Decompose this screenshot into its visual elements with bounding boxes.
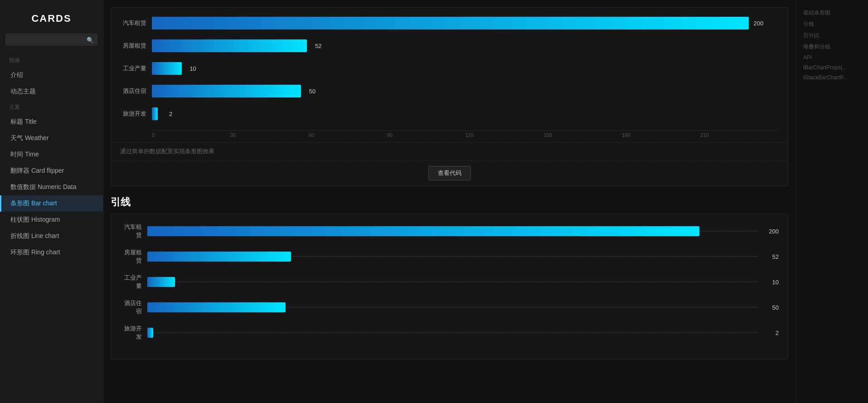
axis-tick: 0 bbox=[152, 132, 230, 138]
axis-tick: 180 bbox=[622, 132, 700, 138]
bar-track: 10 bbox=[152, 62, 779, 75]
basic-bar-chart-section: 汽车租赁200房屋租赁52工业产量10酒店住宿50旅游开发20306090120… bbox=[111, 7, 788, 186]
bar-chart-container: 汽车租赁200房屋租赁52工业产量10酒店住宿50旅游开发20306090120… bbox=[111, 8, 788, 142]
dotted-value-label: 2 bbox=[762, 330, 779, 336]
axis-tick: 150 bbox=[543, 132, 622, 138]
sidebar-item-intro[interactable]: 介绍 bbox=[0, 67, 103, 83]
toc-item-stack[interactable]: 堆叠和分组 bbox=[800, 41, 863, 53]
bar-fill: 200 bbox=[152, 17, 749, 29]
bar-track: 200 bbox=[152, 17, 779, 29]
bar-label: 工业产量 bbox=[120, 64, 152, 73]
dotted-row: 旅游开发2 bbox=[120, 325, 779, 341]
dotted-track bbox=[147, 328, 758, 338]
axis-tick: 210 bbox=[700, 132, 779, 138]
bar-row: 汽车租赁200 bbox=[120, 17, 779, 29]
toc-item-percent[interactable]: 百分比 bbox=[800, 30, 863, 41]
chart-axis: 0306090120150180210 bbox=[152, 130, 779, 138]
bar-label: 房屋租赁 bbox=[120, 42, 152, 50]
dotted-fill bbox=[147, 302, 286, 312]
dotted-fill bbox=[147, 277, 175, 287]
table-of-contents: 基础条形图 引线 百分比 堆叠和分组 API IBarChartProps(..… bbox=[795, 0, 868, 403]
toc-item-istack[interactable]: IStackBarChartP... bbox=[800, 73, 863, 83]
search-icon: 🔍 bbox=[87, 36, 94, 43]
bar-label: 汽车租赁 bbox=[120, 19, 152, 27]
bar-row: 房屋租赁52 bbox=[120, 39, 779, 52]
bar-value-label: 2 bbox=[169, 111, 172, 117]
line-section-title: 引线 bbox=[103, 186, 795, 214]
dotted-value-label: 52 bbox=[762, 253, 779, 260]
sidebar-item-weather[interactable]: 天气 Weather bbox=[0, 130, 103, 146]
bar-track: 50 bbox=[152, 85, 779, 97]
chart-description: 通过简单的数据配置实现条形图效果 bbox=[111, 142, 788, 160]
dotted-value-label: 200 bbox=[762, 228, 779, 235]
toc-item-line[interactable]: 引线 bbox=[800, 19, 863, 30]
bar-value-label: 10 bbox=[189, 65, 196, 72]
sidebar-item-flipper[interactable]: 翻牌器 Card flipper bbox=[0, 163, 103, 179]
dotted-line bbox=[286, 307, 758, 308]
dotted-line bbox=[175, 282, 758, 282]
bar-value-label: 52 bbox=[315, 43, 321, 49]
bar-fill: 52 bbox=[152, 39, 307, 52]
dotted-label: 房屋租赁 bbox=[120, 248, 147, 265]
main-content: 汽车租赁200房屋租赁52工业产量10酒店住宿50旅游开发20306090120… bbox=[103, 0, 795, 403]
sidebar-section-guide: 指南 bbox=[0, 53, 103, 67]
line-chart-section: 汽车租赁200房屋租赁52工业产量10酒店住宿50旅游开发2 bbox=[111, 214, 788, 359]
sidebar-item-time[interactable]: 时间 Time bbox=[0, 146, 103, 163]
dotted-row: 酒店住宿50 bbox=[120, 299, 779, 316]
dotted-value-label: 10 bbox=[762, 279, 779, 286]
bar-fill: 50 bbox=[152, 85, 301, 97]
search-input[interactable] bbox=[5, 34, 97, 46]
sidebar: CARDS 🔍 指南 介绍 动态主题 元素 标题 Title 天气 Weathe… bbox=[0, 0, 103, 403]
axis-tick: 120 bbox=[466, 132, 544, 138]
app-title: CARDS bbox=[0, 0, 103, 34]
chart-actions: 查看代码 bbox=[111, 160, 788, 186]
sidebar-item-line-chart[interactable]: 折线图 Line chart bbox=[0, 228, 103, 244]
dotted-label: 旅游开发 bbox=[120, 325, 147, 341]
bar-row: 酒店住宿50 bbox=[120, 85, 779, 97]
dotted-line bbox=[699, 231, 758, 232]
sidebar-item-title[interactable]: 标题 Title bbox=[0, 114, 103, 130]
dotted-row: 工业产量10 bbox=[120, 274, 779, 290]
toc-item-basic[interactable]: 基础条形图 bbox=[800, 7, 863, 19]
sidebar-item-bar-chart[interactable]: 条形图 Bar chart bbox=[0, 195, 103, 212]
dotted-track bbox=[147, 277, 758, 287]
dotted-value-label: 50 bbox=[762, 304, 779, 311]
sidebar-item-numeric[interactable]: 数值数据 Numeric Data bbox=[0, 179, 103, 195]
dotted-track bbox=[147, 226, 758, 236]
dotted-fill bbox=[147, 226, 699, 236]
dotted-label: 工业产量 bbox=[120, 274, 147, 290]
toc-item-api[interactable]: API bbox=[800, 53, 863, 63]
bar-fill: 2 bbox=[152, 107, 158, 120]
toc-item-ibar[interactable]: IBarChartProps(... bbox=[800, 63, 863, 73]
bar-track: 2 bbox=[152, 107, 779, 120]
view-code-button[interactable]: 查看代码 bbox=[428, 166, 471, 180]
axis-tick: 60 bbox=[309, 132, 387, 138]
dotted-line bbox=[153, 332, 758, 333]
sidebar-item-histogram[interactable]: 柱状图 Histogram bbox=[0, 212, 103, 228]
dotted-label: 汽车租赁 bbox=[120, 223, 147, 239]
bar-fill: 10 bbox=[152, 62, 182, 75]
bar-row: 旅游开发2 bbox=[120, 107, 779, 120]
axis-tick: 30 bbox=[230, 132, 309, 138]
dotted-track bbox=[147, 252, 758, 262]
sidebar-item-ring-chart[interactable]: 环形图 Ring chart bbox=[0, 244, 103, 261]
bar-value-label: 200 bbox=[753, 20, 763, 27]
axis-tick: 90 bbox=[387, 132, 466, 138]
dotted-fill bbox=[147, 328, 153, 338]
dotted-row: 汽车租赁200 bbox=[120, 223, 779, 239]
search-box[interactable]: 🔍 bbox=[5, 34, 97, 46]
bar-chart: 汽车租赁200房屋租赁52工业产量10酒店住宿50旅游开发20306090120… bbox=[120, 17, 779, 138]
dotted-fill bbox=[147, 252, 291, 262]
bar-value-label: 50 bbox=[309, 88, 315, 95]
bar-row: 工业产量10 bbox=[120, 62, 779, 75]
dotted-label: 酒店住宿 bbox=[120, 299, 147, 316]
bar-track: 52 bbox=[152, 39, 779, 52]
bar-label: 酒店住宿 bbox=[120, 87, 152, 95]
sidebar-item-dynamic-theme[interactable]: 动态主题 bbox=[0, 83, 103, 100]
dotted-line bbox=[291, 256, 758, 257]
dotted-track bbox=[147, 302, 758, 312]
sidebar-section-elements: 元素 bbox=[0, 100, 103, 114]
dotted-row: 房屋租赁52 bbox=[120, 248, 779, 265]
bar-label: 旅游开发 bbox=[120, 110, 152, 118]
